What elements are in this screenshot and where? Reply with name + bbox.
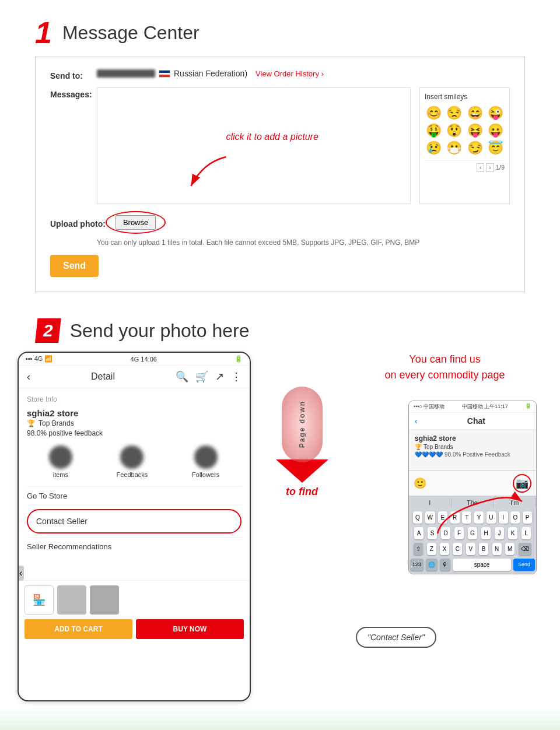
down-arrow-icon — [276, 459, 328, 483]
feedbacks-label: Feedbacks — [117, 471, 148, 478]
to-find-text: to find — [286, 486, 318, 498]
key-q[interactable]: Q — [413, 511, 422, 524]
buy-now-button[interactable]: BUY NOW — [136, 619, 244, 639]
browse-oval: Browse — [106, 211, 166, 234]
seller-recommendations-text: Seller Recommendations — [27, 537, 242, 556]
section2-title: Send your photo here — [70, 320, 250, 342]
chat-trophy-icon: 🏆 — [415, 444, 422, 450]
leaf-decoration-icon — [12, 716, 128, 730]
store-info-label: Store Info — [27, 395, 242, 403]
contact-seller-row[interactable]: Contact Seller — [27, 509, 242, 534]
smileys-next-btn[interactable]: › — [486, 163, 494, 172]
key-space[interactable]: space — [453, 559, 511, 571]
key-globe[interactable]: 🌐 — [426, 559, 438, 571]
key-shift[interactable]: ⇧ — [414, 543, 423, 555]
send-button[interactable]: Send — [50, 255, 99, 277]
smiley-4[interactable]: 😜 — [487, 106, 505, 121]
key-123[interactable]: 123 — [410, 559, 424, 571]
chat-title: Chat — [422, 416, 530, 426]
phone-status-bar: ▪▪▪ 4G 📶 4G 14:06 🔋 — [19, 353, 250, 366]
send-to-value: Russian Federation) View Order History › — [97, 69, 324, 78]
stat-items: items — [49, 445, 72, 478]
message-textarea[interactable]: click it to add a picture — [97, 87, 411, 204]
smiley-7[interactable]: 😝 — [466, 123, 484, 138]
collapse-area: ‹ — [19, 563, 250, 580]
chat-store-name: sghia2 store — [415, 434, 530, 443]
top-brands-text: Top Brands — [38, 419, 74, 427]
step-number-2: 2 — [35, 318, 61, 343]
feedback-text: 98.0% positive feedback — [27, 429, 242, 437]
smiley-2[interactable]: 😒 — [445, 106, 463, 121]
chat-back-btn[interactable]: ‹ — [415, 416, 418, 426]
chat-header: ‹ Chat — [409, 413, 536, 430]
items-label: items — [49, 471, 72, 478]
upload-photo-label: Upload photo: — [50, 217, 106, 229]
nav-title: Detail — [91, 371, 115, 382]
smiley-9[interactable]: 😢 — [425, 141, 443, 156]
store-thumbnail-icon: 🏪 — [24, 585, 54, 615]
chat-stars-icon: 💙💙💙💙 — [415, 451, 443, 458]
store-name: sghia2 store — [27, 408, 242, 418]
smileys-prev-btn[interactable]: ‹ — [477, 163, 484, 172]
chat-time: 中国移动 上午11:17 — [462, 403, 508, 410]
phone-content: Store Info sghia2 store 🏆 Top Brands 98.… — [19, 388, 250, 563]
messages-area: click it to add a picture Insert smileys — [97, 87, 510, 204]
product-thumb-2 — [90, 585, 119, 615]
smiley-12[interactable]: 😇 — [487, 141, 505, 156]
chat-content: sghia2 store 🏆 Top Brands 💙💙💙💙 98.0% Pos… — [409, 430, 536, 471]
contact-seller-text: Contact Seller — [36, 517, 88, 526]
smiley-5[interactable]: 🤑 — [425, 123, 443, 138]
signal-icons: ▪▪▪ 4G 📶 — [26, 355, 52, 363]
cart-nav-icon[interactable]: 🛒 — [195, 370, 208, 383]
chat-feedback-text: 98.0% Positive Feedback — [444, 451, 510, 458]
trophy-icon: 🏆 — [27, 419, 36, 427]
section1-title: Message Center — [62, 22, 200, 44]
key-send[interactable]: Send — [513, 559, 535, 571]
followers-blob — [194, 445, 218, 469]
stat-followers: Followers — [192, 445, 219, 478]
smiley-6[interactable]: 😲 — [445, 123, 463, 138]
chat-status-bar: •••○ 中国移动 中国移动 上午11:17 🔋 — [409, 401, 536, 413]
smiley-3[interactable]: 😄 — [466, 106, 484, 121]
messages-row: Messages: click it to add a picture — [50, 87, 510, 204]
nav-icons: 🔍 🛒 ↗ ⋮ — [176, 370, 242, 383]
smiley-10[interactable]: 😷 — [445, 141, 463, 156]
smiley-8[interactable]: 😛 — [487, 123, 505, 138]
chat-emoji-button[interactable]: 🙂 — [414, 477, 426, 490]
chat-signal: •••○ 中国移动 — [414, 403, 444, 410]
time-display: 4G 14:06 — [131, 356, 157, 363]
right-section: You can find us on every commodity page … — [347, 352, 542, 701]
chat-top-brands: 🏆 Top Brands — [415, 444, 530, 450]
smiley-11[interactable]: 😏 — [466, 141, 484, 156]
collapse-icon[interactable]: ‹ — [18, 566, 24, 581]
top-brands-row: 🏆 Top Brands — [27, 419, 242, 427]
upload-hint-text: You can only upload 1 files in total. Ea… — [97, 238, 510, 247]
send-to-row: Send to: Russian Federation) View Order … — [50, 69, 510, 80]
add-to-cart-button[interactable]: ADD TO CART — [24, 619, 132, 639]
view-order-link[interactable]: View Order History › — [256, 69, 324, 78]
phone-bottom-bar: 🏪 ADD TO CART BUY NOW — [19, 580, 250, 644]
key-mic[interactable]: 🎙 — [440, 559, 450, 571]
find-us-text: You can find us on every commodity page — [347, 352, 542, 383]
browse-button[interactable]: Browse — [116, 215, 156, 230]
feedbacks-blob — [120, 445, 144, 469]
send-to-label: Send to: — [50, 69, 97, 80]
items-blob — [49, 445, 72, 469]
section1-header: 1 Message Center — [0, 0, 560, 57]
keyboard-bottom-row: 123 🌐 🎙 space Send — [409, 557, 536, 574]
blurred-email — [97, 69, 155, 78]
go-to-store-text[interactable]: Go To Store — [27, 486, 242, 506]
stat-feedbacks: Feedbacks — [117, 445, 148, 478]
section2-header: 2 Send your photo here — [0, 292, 560, 352]
smiley-1[interactable]: 😊 — [425, 106, 443, 121]
back-icon[interactable]: ‹ — [27, 371, 30, 383]
smileys-panel: Insert smileys 😊 😒 😄 😜 🤑 😲 😝 😛 😢 😷 😏 😇 — [419, 87, 510, 204]
click-instruction-text: click it to add a picture — [226, 132, 318, 142]
followers-label: Followers — [192, 471, 219, 478]
smileys-navigation: ‹ › 1/9 — [425, 160, 505, 172]
key-a[interactable]: A — [414, 527, 424, 539]
russia-flag-icon — [159, 70, 170, 78]
share-nav-icon[interactable]: ↗ — [215, 370, 224, 383]
more-nav-icon[interactable]: ⋮ — [231, 370, 242, 383]
search-nav-icon[interactable]: 🔍 — [176, 370, 188, 383]
